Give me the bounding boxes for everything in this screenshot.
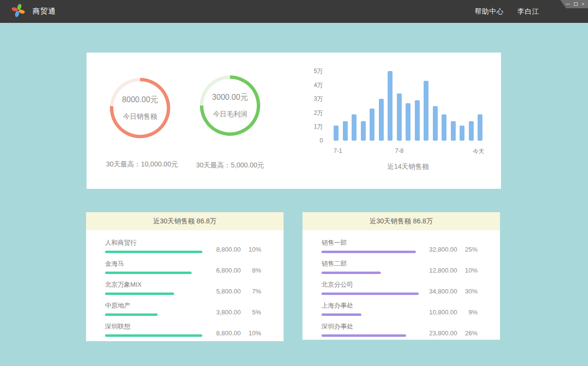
progress-bar [321,334,406,337]
progress-bar [105,293,174,295]
ranking-list: 人和商贸行8,800.0010%金海马6,800.008%北京万象MIX5,80… [86,230,284,337]
item-name: 深圳办事处 [321,322,419,331]
item-percent: 10% [457,267,478,274]
bar [478,114,482,141]
help-center-link[interactable]: 帮助中心 [475,7,504,16]
bar [343,121,348,141]
bar [388,71,392,141]
today-sales-value: 8000.00元 [122,95,158,105]
item-percent: 30% [457,288,478,295]
list-item: 深圳办事处23,800.0026% [321,322,478,337]
bar [406,103,410,141]
bar [352,114,356,141]
app-logo-pinwheel-icon [12,4,25,19]
item-name: 销售一部 [321,238,419,247]
item-value: 8,800.00 [205,246,241,253]
today-profit-label: 今日毛利润 [213,110,247,119]
today-profit-footnote: 30天最高：5,000.00元 [177,161,284,170]
user-name-link[interactable]: 李白江 [517,7,539,16]
item-value: 10,800.00 [421,309,457,316]
item-percent: 5% [241,309,261,316]
list-item: 中原地产3,800.005% [105,301,261,316]
titlebar: 商贸通 帮助中心 李白江 × [0,0,588,23]
list-item: 销售一部32,800.0025% [321,238,478,253]
item-name: 中原地产 [105,301,202,310]
progress-bar [321,313,361,316]
ranking-list: 销售一部32,800.0025%销售二部12,800.0010%北京分公司34,… [303,230,500,337]
y-tick: 3万 [314,95,323,103]
bar-series [334,71,482,141]
progress-bar [105,251,202,253]
list-item: 北京分公司34,800.0030% [321,280,478,295]
y-tick: 1万 [314,123,323,131]
y-tick: 0 [320,137,323,144]
close-icon[interactable]: × [582,2,585,6]
today-sales-label: 今日销售额 [123,112,157,121]
item-percent: 10% [241,329,261,337]
item-name: 北京分公司 [321,280,419,289]
bar [451,121,456,141]
bar [460,126,464,141]
item-name: 深圳联想 [105,322,202,331]
department-sales-ranking-card: 近30天销售额 86.8万 销售一部32,800.0025%销售二部12,800… [303,212,500,340]
today-profit-value: 3000.00元 [212,92,248,103]
y-tick: 5万 [314,67,323,75]
app-title: 商贸通 [33,7,56,16]
item-value: 12,800.00 [421,267,457,274]
item-value: 32,800.00 [421,246,457,253]
bar [424,81,428,141]
bar [397,93,402,141]
list-item: 人和商贸行8,800.0010% [105,238,261,253]
list-item: 金海马6,800.008% [105,259,261,274]
item-name: 销售二部 [321,259,419,268]
x-tick-end: 今天 [473,147,484,156]
bar [469,121,474,141]
progress-bar [105,313,158,316]
item-name: 北京万象MIX [105,280,202,289]
y-axis: 5万 4万 3万 2万 1万 0 [301,71,323,141]
bar [415,100,420,141]
chart-title: 近14天销售额 [334,163,482,171]
bar [379,99,384,141]
ranking-card-title: 近30天销售额 86.8万 [303,212,500,230]
item-percent: 10% [241,246,261,253]
x-tick-middle: 7-8 [395,147,403,154]
progress-bar [321,251,416,253]
bar [433,106,438,141]
today-profit-donut: 3000.00元 今日毛利润 [200,75,260,136]
progress-bar [321,293,419,295]
window-controls: × [560,0,588,8]
progress-bar [321,272,381,274]
bar [442,114,446,141]
bar [361,121,366,141]
item-percent: 8% [241,267,261,274]
sales-bar-chart: 5万 4万 3万 2万 1万 0 7-1 7-8 今天 近14天销售额 [301,67,485,174]
item-value: 34,800.00 [421,288,457,295]
item-value: 23,800.00 [421,329,457,337]
item-percent: 25% [457,246,478,253]
list-item: 销售二部12,800.0010% [321,259,478,274]
x-tick-start: 7-1 [334,147,342,154]
list-item: 上海办事处10,800.009% [321,301,478,316]
item-name: 人和商贸行 [105,238,202,247]
progress-bar [105,272,192,274]
item-percent: 7% [241,288,261,295]
bar [370,109,374,141]
list-item: 深圳联想8,800.0010% [105,322,261,337]
item-percent: 26% [457,329,478,337]
list-item: 北京万象MIX5,800.007% [105,280,261,295]
item-value: 5,800.00 [205,288,241,295]
bar [334,126,339,141]
summary-card: 8000.00元 今日销售额 30天最高：10,000.00元 3000.00元… [87,53,501,189]
minimize-icon[interactable] [566,4,570,4]
y-tick: 4万 [314,81,323,89]
item-value: 8,800.00 [205,329,241,337]
y-tick: 2万 [314,109,323,117]
ranking-card-title: 近30天销售额 86.8万 [86,212,284,230]
item-value: 3,800.00 [205,309,241,316]
item-name: 上海办事处 [321,301,419,310]
today-sales-donut: 8000.00元 今日销售额 [110,78,170,138]
progress-bar [105,334,202,337]
customer-sales-ranking-card: 近30天销售额 86.8万 人和商贸行8,800.0010%金海马6,800.0… [86,212,284,341]
maximize-icon[interactable] [574,2,578,6]
